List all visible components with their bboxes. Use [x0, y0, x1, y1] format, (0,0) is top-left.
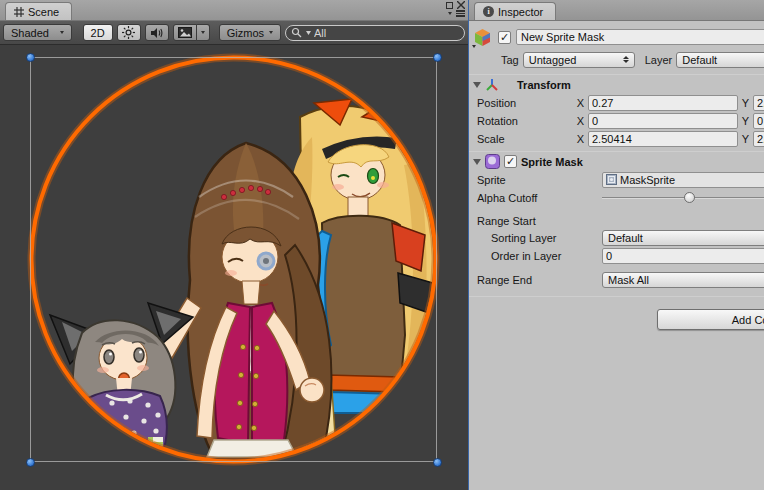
info-icon: i — [483, 6, 494, 17]
gameobject-cube-icon[interactable] — [473, 28, 493, 47]
add-component-button[interactable]: Add Component — [657, 309, 764, 330]
search-filter-arrow-icon — [306, 31, 311, 35]
scale-x-field[interactable] — [588, 131, 738, 147]
gameobject-name-field[interactable] — [516, 29, 764, 45]
rotation-label: Rotation — [477, 115, 573, 127]
position-y-field[interactable] — [753, 95, 764, 111]
tag-value: Untagged — [529, 54, 619, 66]
tab-inspector[interactable]: i Inspector — [474, 2, 556, 20]
component-enabled-checkbox[interactable]: ✓ — [504, 155, 517, 168]
transform-axis-icon — [485, 78, 499, 92]
scene-search-field[interactable] — [285, 25, 465, 41]
scene-toolbar: Shaded 2D — [0, 21, 468, 45]
sorting-layer-row: Sorting Layer Default — [469, 229, 764, 246]
effects-button[interactable] — [173, 24, 197, 41]
selection-handle-bottom-right[interactable] — [433, 458, 442, 467]
panel-menu-icon[interactable] — [456, 10, 465, 17]
sprite-object-field[interactable]: MaskSprite — [602, 172, 764, 188]
selection-handle-bottom-left[interactable] — [26, 458, 35, 467]
speaker-icon — [150, 27, 163, 39]
chevron-down-icon — [269, 31, 273, 34]
image-icon — [178, 27, 192, 38]
transform-position-row: Position X Y Z — [469, 94, 764, 111]
foldout-arrow[interactable] — [473, 82, 481, 88]
transform-rotation-row: Rotation X Y Z — [469, 112, 764, 129]
check-icon: ✓ — [500, 32, 509, 43]
tag-dropdown[interactable]: Untagged — [523, 52, 635, 68]
range-end-dropdown[interactable]: Mask All — [602, 272, 764, 288]
position-label: Position — [477, 97, 573, 109]
position-x-field[interactable] — [588, 95, 738, 111]
popup-arrows-icon — [623, 56, 629, 63]
2d-toggle-button[interactable]: 2D — [83, 24, 113, 41]
search-icon — [291, 27, 303, 39]
scale-label: Scale — [477, 133, 573, 145]
foldout-arrow[interactable] — [473, 159, 481, 165]
alpha-cutoff-label: Alpha Cutoff — [477, 192, 599, 204]
tab-scene-label: Scene — [28, 6, 59, 18]
scene-lighting-button[interactable] — [117, 24, 141, 41]
axis-x-label: X — [576, 97, 585, 109]
sprite-thumb-icon — [606, 174, 617, 185]
2d-toggle-label: 2D — [91, 27, 105, 39]
axis-y-label: Y — [741, 115, 750, 127]
sorting-layer-dropdown[interactable]: Default — [602, 230, 764, 246]
chevron-down-icon — [60, 31, 64, 34]
unity-editor-window: Scene Shaded 2D — [0, 0, 764, 490]
scene-audio-button[interactable] — [145, 24, 169, 41]
layer-value: Default — [682, 54, 764, 66]
scene-viewport[interactable] — [0, 45, 468, 490]
inspector-tabstrip: i Inspector — [469, 0, 764, 21]
panel-dropdown-icon[interactable] — [448, 12, 452, 15]
tab-scene[interactable]: Scene — [5, 2, 72, 20]
scale-y-field[interactable] — [753, 131, 764, 147]
layer-dropdown[interactable]: Default — [676, 52, 764, 68]
maximize-icon[interactable] — [446, 2, 453, 9]
selection-handle-top-left[interactable] — [26, 53, 35, 62]
active-checkbox[interactable]: ✓ — [498, 31, 511, 44]
axis-x-label: X — [576, 133, 585, 145]
shading-mode-label: Shaded — [11, 27, 49, 39]
tab-inspector-label: Inspector — [498, 6, 543, 18]
layer-label: Layer — [645, 54, 673, 66]
axis-y-label: Y — [741, 97, 750, 109]
rotation-y-field[interactable] — [753, 113, 764, 129]
effects-dropdown-arrow[interactable] — [197, 24, 210, 41]
sprite-mask-icon — [485, 154, 500, 169]
range-start-label: Range Start — [469, 213, 764, 229]
sprite-value: MaskSprite — [620, 174, 675, 186]
gameobject-header: ✓ Static — [469, 28, 764, 46]
shading-mode-dropdown[interactable]: Shaded — [3, 24, 72, 41]
inspector-panel: i Inspector — [469, 0, 764, 490]
order-in-layer-field[interactable] — [602, 248, 764, 264]
icon-picker-arrow — [472, 45, 476, 48]
effects-button-group — [173, 24, 210, 41]
range-end-label: Range End — [477, 274, 599, 286]
transform-header: Transform ? — [469, 75, 764, 94]
range-end-value: Mask All — [608, 274, 764, 286]
scene-tabstrip: Scene — [0, 0, 468, 21]
scene-panel: Scene Shaded 2D — [0, 0, 468, 490]
selection-handle-top-right[interactable] — [433, 53, 442, 62]
axis-x-label: X — [576, 115, 585, 127]
alpha-cutoff-slider[interactable] — [602, 191, 764, 205]
selection-rect — [30, 57, 437, 462]
range-end-row: Range End Mask All — [469, 271, 764, 288]
slider-thumb[interactable] — [684, 192, 695, 203]
scene-search-input[interactable] — [314, 27, 456, 39]
sorting-layer-value: Default — [608, 232, 764, 244]
tag-label: Tag — [501, 54, 519, 66]
rotation-x-field[interactable] — [588, 113, 738, 129]
tag-layer-row: Tag Untagged Layer Default — [469, 51, 764, 68]
close-icon[interactable] — [457, 1, 465, 9]
check-icon: ✓ — [506, 156, 515, 167]
transform-scale-row: Scale X Y Z — [469, 130, 764, 147]
add-component-label: Add Component — [732, 314, 764, 326]
sprite-mask-title: Sprite Mask — [521, 156, 583, 168]
sprite-label: Sprite — [477, 174, 599, 186]
alpha-cutoff-row: Alpha Cutoff — [469, 189, 764, 206]
axis-y-label: Y — [741, 133, 750, 145]
order-in-layer-label: Order in Layer — [477, 250, 599, 262]
transform-title: Transform — [517, 79, 571, 91]
gizmos-dropdown[interactable]: Gizmos — [219, 24, 281, 41]
